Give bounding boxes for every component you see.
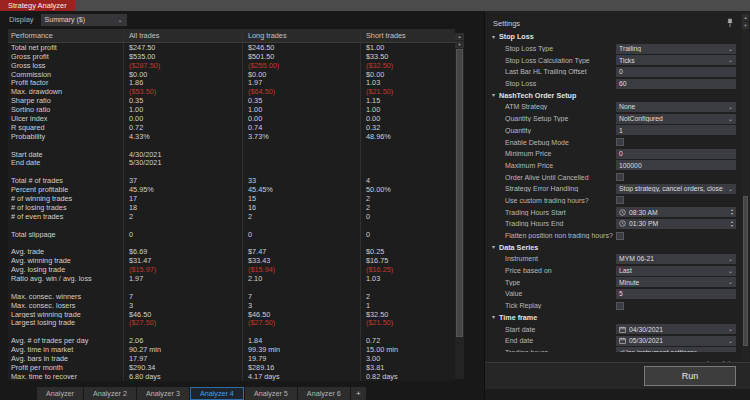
table-row[interactable]: Total # of trades37334 [8,176,455,185]
column-header-all-trades[interactable]: All trades [123,29,242,42]
table-row[interactable]: Commission$0.00$0.00$0.00 [8,70,455,79]
table-row[interactable]: Avg. # of trades per day2.061.840.72 [8,336,455,345]
stop-loss-input[interactable]: 60 [616,79,736,89]
tab-analyzer-4[interactable]: Analyzer 4 [190,387,244,400]
section-time-frame[interactable]: ▾Time frame [485,312,736,324]
table-row[interactable]: Avg. bars in trade17.9719.793.00 [8,354,455,363]
table-row[interactable]: Profit per month$290.34$289.16$3.81 [8,363,455,372]
field-label: Strategy Error Handling [505,185,616,192]
scroll-down-icon[interactable]: ▼ [455,41,464,48]
control-wrap: 5 [616,289,736,299]
table-row[interactable]: Total slippage000 [8,230,455,239]
quantity-setup-type-select[interactable]: NotConfigured⌄ [616,114,736,124]
row-label: Avg. trade [8,247,123,256]
table-row[interactable]: Ratio avg. win / avg. loss1.972.101.03 [8,274,455,283]
chevron-down-icon: ⌄ [728,256,733,262]
table-row[interactable]: Max. time to recover6.80 days4.17 days0.… [8,372,455,381]
section-title: NashTech Order Setup [499,91,576,100]
table-row[interactable]: Largest winning trade$46.50$46.50$32.50 [8,310,455,319]
section-data-series[interactable]: ▾Data Series [485,241,736,253]
start-date-date-picker[interactable]: 04/30/2021⌄ [616,324,736,334]
section-stop-loss[interactable]: ▾Stop Loss [485,31,736,43]
section-nashtech-order-setup[interactable]: ▾NashTech Order Setup [485,89,736,101]
control-wrap: 04/30/2021⌄ [616,324,736,334]
table-row[interactable]: Total net profit$247.50$246.50$1.00 [8,43,455,52]
table-row[interactable] [8,327,455,336]
tab-analyzer-2[interactable]: Analyzer 2 [84,387,136,400]
run-button[interactable]: Run [644,366,736,386]
row-label: R squared [8,123,123,132]
table-row[interactable]: Avg. losing trade($15.97)($15.94)($16.25… [8,265,455,274]
column-header-long-trades[interactable]: Long trades [242,29,360,42]
section-title: Time frame [499,313,537,322]
left-scrollbar-thumb[interactable] [456,49,463,337]
settings-scrollbar[interactable]: ▲ ▼ [742,14,749,361]
display-select[interactable]: Summary ($) ⌄ [41,14,127,26]
table-row[interactable]: # of losing trades18162 [8,203,455,212]
window-title-tab[interactable]: Strategy Analyzer [0,0,75,11]
value-input[interactable]: 5 [616,289,736,299]
column-header-performance[interactable]: Performance [8,29,123,42]
use-custom-trading-hours-checkbox[interactable] [616,196,624,204]
strategy-error-handling-select[interactable]: Stop strategy, cancel orders, close po..… [616,184,736,194]
tab-analyzer-3[interactable]: Analyzer 3 [137,387,189,400]
trading-hours-start-time-picker[interactable]: 08:30 AM▴▾ [616,207,736,217]
add-tab-button[interactable]: + [351,387,366,400]
tab-analyzer-5[interactable]: Analyzer 5 [245,387,297,400]
scroll-up-icon[interactable]: ▲ [455,33,464,40]
flatten-position-non-trading-hours-checkbox[interactable] [616,232,624,240]
scroll-up-icon[interactable]: ▲ [742,14,749,21]
table-row[interactable]: Max. drawdown($53.50)($64.50)($21.50) [8,87,455,96]
pin-icon[interactable] [726,18,734,28]
table-row[interactable]: Sortino ratio1.001.001.00 [8,105,455,114]
scroll-down-icon[interactable]: ▼ [742,22,749,29]
table-row[interactable]: # of even trades220 [8,212,455,221]
atm-strategy-select[interactable]: None⌄ [616,102,736,112]
table-row[interactable]: End date5/30/2021 [8,158,455,167]
tab-analyzer[interactable]: Analyzer [37,387,83,400]
table-row[interactable]: Avg. winning trade$31.47$33.43$16.75 [8,256,455,265]
tab-analyzer-6[interactable]: Analyzer 6 [298,387,350,400]
settings-scrollbar-thumb[interactable] [743,196,748,346]
row-label: Percent profitable [8,185,123,194]
type-select[interactable]: Minute⌄ [616,277,736,287]
table-row[interactable]: Start date4/30/2021 [8,150,455,159]
table-row[interactable]: # of winning trades17152 [8,194,455,203]
last-bar-hl-trailing-offset-input[interactable]: 0 [616,67,736,77]
tick-replay-checkbox[interactable] [616,302,624,310]
table-row[interactable]: Profit factor1.861.971.03 [8,78,455,87]
quantity-input[interactable]: 1 [616,125,736,135]
table-row[interactable]: Max. consec. winners772 [8,292,455,301]
table-row[interactable]: Largest losing trade($27.50)($27.50)($21… [8,318,455,327]
table-row[interactable] [8,221,455,230]
price-based-on-select[interactable]: Last⌄ [616,266,736,276]
end-date-date-picker[interactable]: 05/30/2021⌄ [616,336,736,346]
table-row[interactable]: Avg. time in market90.27 min99.39 min15.… [8,345,455,354]
table-row[interactable]: Gross loss($287.50)($255.00)($32.50) [8,61,455,70]
order-alive-until-cancelled-checkbox[interactable] [616,173,624,181]
display-select-value: Summary ($) [45,16,85,23]
table-row[interactable]: Percent profitable45.95%45.45%50.00% [8,185,455,194]
table-row[interactable]: Avg. trade$6.69$7.47$0.25 [8,247,455,256]
enable-debug-mode-checkbox[interactable] [616,138,624,146]
table-row[interactable]: Probability4.33%3.73%48.96% [8,132,455,141]
column-header-short-trades[interactable]: Short trades [360,29,455,42]
table-row[interactable] [8,141,455,150]
trading-hours-end-time-picker[interactable]: 01:30 PM▴▾ [616,219,736,229]
table-row[interactable]: Gross profit$535.00$501.50$33.50 [8,52,455,61]
table-row[interactable]: R squared0.720.740.32 [8,123,455,132]
minimum-price-input[interactable]: 0 [616,149,736,159]
spinner-down-icon[interactable]: ▾ [731,212,733,216]
table-row[interactable]: Max. consec. losers331 [8,301,455,310]
table-row[interactable]: Sharpe ratio0.350.351.15 [8,96,455,105]
left-scrollbar[interactable]: ▲ ▼ [455,33,464,379]
table-row[interactable] [8,283,455,292]
maximum-price-input[interactable]: 100000 [616,160,736,170]
table-row[interactable] [8,238,455,247]
table-row[interactable]: Ulcer index0.000.000.00 [8,114,455,123]
instrument-select[interactable]: MYM 06-21⌄ [616,254,736,264]
spinner-down-icon[interactable]: ▾ [731,224,733,228]
stop-loss-type-select[interactable]: Trailing⌄ [616,44,736,54]
table-row[interactable] [8,167,455,176]
stop-loss-calculation-type-select[interactable]: Ticks⌄ [616,55,736,65]
